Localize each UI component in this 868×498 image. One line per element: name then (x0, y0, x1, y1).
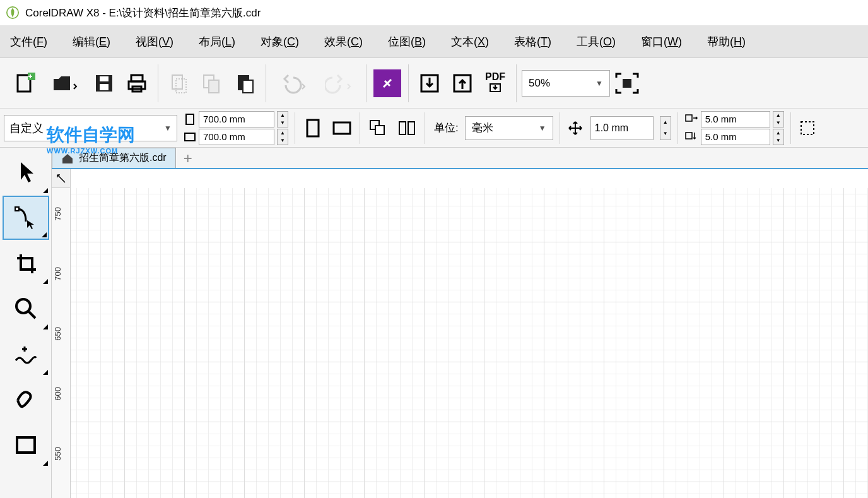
main-area: 招生简章第六版.cdr + 55050045040035030025020015… (0, 148, 868, 498)
menu-table[interactable]: 表格(T) (514, 34, 551, 49)
svg-rect-21 (185, 133, 195, 141)
import-button[interactable] (414, 68, 445, 99)
unit-select[interactable]: 毫米▼ (465, 116, 553, 140)
svg-rect-10 (176, 79, 186, 93)
print-button[interactable] (121, 68, 153, 99)
export-button[interactable] (447, 68, 478, 99)
svg-rect-19 (623, 79, 631, 88)
menu-view[interactable]: 视图(V) (136, 34, 173, 49)
separator (425, 112, 425, 144)
nudge-input[interactable]: 1.0 mm (590, 116, 654, 140)
svg-rect-33 (17, 437, 35, 453)
svg-rect-23 (334, 122, 350, 134)
dup-x-spinner[interactable]: ▲▼ (773, 111, 784, 127)
copy-button[interactable] (196, 68, 228, 99)
property-bar: 自定义▼ 700.0 mm ▲▼ 700.0 mm ▲▼ 单位: 毫米▼ 1.0… (0, 109, 868, 148)
svg-rect-20 (186, 114, 194, 124)
svg-rect-4 (100, 76, 108, 81)
shape-tool[interactable] (3, 196, 49, 240)
svg-rect-7 (129, 81, 145, 89)
height-icon (184, 131, 196, 143)
svg-rect-28 (686, 115, 692, 121)
width-spinner[interactable]: ▲▼ (277, 111, 288, 127)
menu-file[interactable]: 文件(F) (10, 34, 47, 49)
all-pages-button[interactable] (367, 112, 389, 144)
separator (408, 64, 409, 102)
menu-effects[interactable]: 效果(C) (324, 34, 363, 49)
chevron-down-icon: ▼ (164, 124, 172, 133)
menu-help[interactable]: 帮助(H) (707, 34, 746, 49)
pick-tool[interactable] (3, 150, 49, 194)
nudge-spinner[interactable]: ▲▼ (660, 116, 671, 140)
portrait-button[interactable] (302, 112, 324, 144)
nudge-icon (566, 119, 584, 137)
rectangle-tool[interactable] (3, 423, 49, 467)
vertical-ruler[interactable]: 750700650600550 (52, 188, 71, 498)
height-spinner[interactable]: ▲▼ (277, 129, 288, 145)
duplicate-offset: 5.0 mm ▲▼ 5.0 mm ▲▼ (684, 111, 784, 145)
width-icon (184, 113, 196, 126)
unit-value: 毫米 (472, 121, 493, 135)
zoom-select[interactable]: 50%▼ (522, 70, 610, 97)
separator (295, 112, 295, 144)
flyout-icon (43, 279, 48, 284)
menu-text[interactable]: 文本(X) (451, 34, 489, 49)
redo-button[interactable] (317, 68, 361, 99)
svg-rect-14 (243, 80, 253, 93)
chevron-down-icon: ▼ (595, 79, 603, 88)
flyout-icon (43, 324, 48, 329)
separator (360, 112, 360, 144)
fullscreen-button[interactable] (611, 68, 643, 99)
document-area: 招生简章第六版.cdr + 55050045040035030025020015… (52, 148, 868, 498)
standard-toolbar: PDF 50%▼ (0, 58, 868, 109)
preset-value: 自定义 (9, 121, 44, 136)
flyout-icon (43, 188, 48, 193)
zoom-tool[interactable] (3, 287, 49, 331)
svg-rect-31 (15, 207, 19, 211)
menu-object[interactable]: 对象(C) (261, 34, 299, 49)
save-button[interactable] (88, 68, 120, 99)
svg-rect-22 (307, 120, 319, 136)
home-icon (61, 153, 74, 164)
flyout-icon (43, 461, 48, 466)
publish-pdf-button[interactable]: PDF (479, 68, 511, 99)
ruler-origin[interactable] (52, 169, 71, 188)
undo-button[interactable] (271, 68, 315, 99)
toolbox (0, 148, 52, 498)
dup-y-spinner[interactable]: ▲▼ (773, 129, 784, 145)
add-tab-button[interactable]: + (179, 149, 197, 168)
page-preset-select[interactable]: 自定义▼ (4, 115, 177, 141)
search-content-button[interactable] (372, 68, 403, 99)
menu-tools[interactable]: 工具(O) (577, 34, 616, 49)
chevron-down-icon: ▼ (539, 124, 546, 133)
new-button[interactable] (10, 68, 42, 99)
svg-rect-26 (399, 122, 406, 134)
app-logo-icon (6, 6, 19, 19)
dup-x-input[interactable]: 5.0 mm (701, 111, 770, 127)
current-page-button[interactable] (396, 112, 418, 144)
crop-tool[interactable] (3, 241, 49, 285)
menu-window[interactable]: 窗口(W) (641, 34, 682, 49)
document-tab[interactable]: 招生简章第六版.cdr (52, 148, 176, 168)
page-height-input[interactable]: 700.0 mm (199, 129, 274, 145)
page-width-input[interactable]: 700.0 mm (199, 111, 274, 127)
open-button[interactable] (43, 68, 87, 99)
paste-button[interactable] (229, 68, 261, 99)
svg-rect-27 (408, 122, 414, 134)
separator (158, 64, 158, 102)
tab-label: 招生简章第六版.cdr (79, 151, 167, 165)
document-tabs: 招生简章第六版.cdr + (52, 148, 868, 169)
cut-button[interactable] (163, 68, 195, 99)
menu-layout[interactable]: 布局(L) (199, 34, 235, 49)
canvas[interactable] (71, 188, 868, 498)
freehand-tool[interactable] (3, 332, 49, 376)
titlebar: CorelDRAW X8 - E:\设计资料\招生简章第六版.cdr (0, 0, 868, 25)
menu-bitmap[interactable]: 位图(B) (388, 34, 426, 49)
artistic-media-tool[interactable] (3, 377, 49, 422)
menu-edit[interactable]: 编辑(E) (73, 34, 110, 49)
separator (677, 112, 678, 144)
svg-rect-5 (100, 84, 108, 90)
landscape-button[interactable] (331, 112, 353, 144)
treat-as-filled-button[interactable] (797, 112, 818, 144)
dup-y-input[interactable]: 5.0 mm (701, 129, 770, 145)
